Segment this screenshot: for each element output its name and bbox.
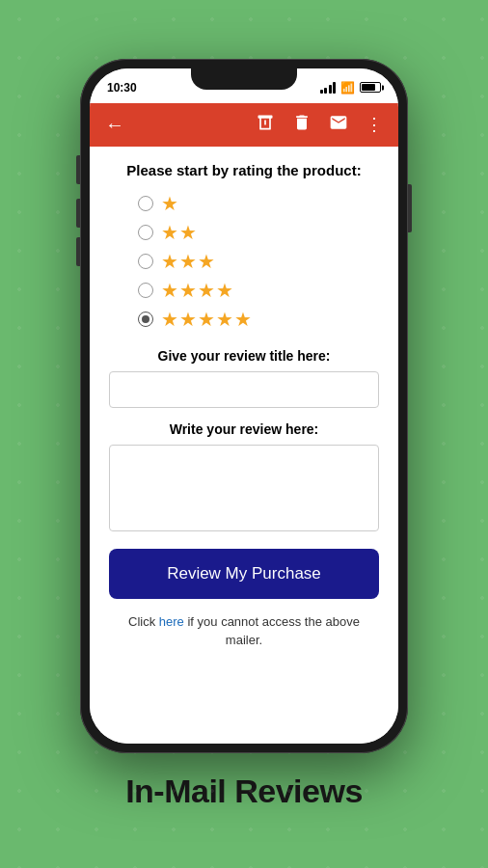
review-purchase-button[interactable]: Review My Purchase	[109, 549, 379, 599]
star: ★	[161, 192, 178, 215]
radio-5-star[interactable]	[138, 312, 153, 327]
phone-screen: 10:30 📶 ←	[90, 68, 398, 744]
stars-1: ★	[161, 192, 178, 215]
star: ★	[179, 221, 197, 244]
signal-icon	[320, 82, 337, 94]
archive-icon[interactable]	[256, 113, 275, 137]
stars-2: ★ ★	[161, 221, 197, 244]
wifi-icon: 📶	[340, 81, 355, 95]
star: ★	[161, 279, 178, 302]
star: ★	[216, 279, 233, 302]
delete-icon[interactable]	[292, 113, 312, 137]
status-bar: 10:30 📶	[90, 68, 398, 103]
email-icon[interactable]	[329, 113, 348, 137]
radio-3-star[interactable]	[138, 254, 153, 269]
review-label: Write your review here:	[109, 421, 379, 437]
star: ★	[216, 308, 233, 331]
star: ★	[198, 279, 215, 302]
rating-option-1[interactable]: ★	[138, 192, 379, 215]
review-title-input[interactable]	[109, 371, 379, 408]
stars-5: ★ ★ ★ ★ ★	[161, 308, 252, 331]
star: ★	[198, 250, 215, 273]
app-name: In-Mail Reviews	[125, 773, 363, 810]
toolbar-actions: ⋮	[256, 113, 383, 137]
battery-icon	[360, 82, 381, 93]
footer-text-after: if you cannot access the above mailer.	[184, 614, 360, 648]
radio-4-star[interactable]	[138, 283, 153, 298]
phone-frame: 10:30 📶 ←	[80, 59, 408, 753]
status-icons: 📶	[320, 81, 382, 95]
footer-text-before: Click	[128, 614, 159, 629]
rating-option-3[interactable]: ★ ★ ★	[138, 250, 379, 273]
star: ★	[179, 279, 197, 302]
star: ★	[198, 308, 215, 331]
toolbar-left: ←	[105, 114, 124, 136]
star: ★	[179, 308, 197, 331]
rating-option-5[interactable]: ★ ★ ★ ★ ★	[138, 308, 379, 331]
notch	[191, 68, 297, 90]
toolbar: ←	[90, 103, 398, 147]
star: ★	[161, 221, 178, 244]
status-time: 10:30	[107, 81, 137, 95]
title-label: Give your review title here:	[109, 348, 379, 364]
content-area: Please start by rating the product: ★ ★ …	[90, 147, 398, 744]
rating-options: ★ ★ ★ ★ ★ ★	[109, 192, 379, 331]
star: ★	[161, 250, 178, 273]
stars-4: ★ ★ ★ ★	[161, 279, 233, 302]
rating-option-2[interactable]: ★ ★	[138, 221, 379, 244]
footer-here-link[interactable]: here	[159, 614, 184, 629]
star: ★	[179, 250, 197, 273]
star: ★	[161, 308, 178, 331]
stars-3: ★ ★ ★	[161, 250, 215, 273]
radio-2-star[interactable]	[138, 225, 153, 240]
more-options-icon[interactable]: ⋮	[366, 114, 383, 135]
star: ★	[234, 308, 252, 331]
back-button[interactable]: ←	[105, 114, 124, 136]
footer-text: Click here if you cannot access the abov…	[109, 612, 379, 650]
radio-1-star[interactable]	[138, 196, 153, 211]
rating-label: Please start by rating the product:	[109, 162, 379, 178]
rating-option-4[interactable]: ★ ★ ★ ★	[138, 279, 379, 302]
review-text-input[interactable]	[109, 445, 379, 531]
